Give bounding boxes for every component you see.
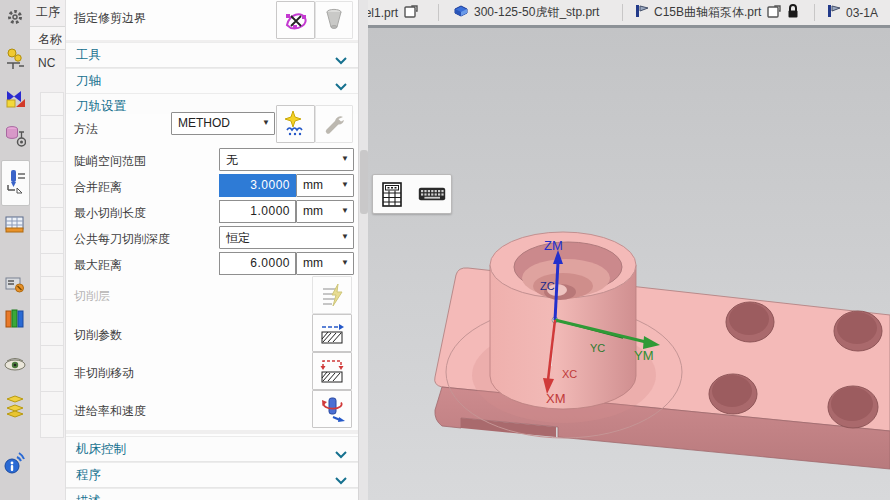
display-boundary-button[interactable] xyxy=(315,1,353,39)
navigator-empty-rows xyxy=(40,92,64,438)
new-window-icon[interactable] xyxy=(766,4,781,22)
cut-params-label: 切削参数 xyxy=(74,327,122,344)
axis-label-yc: YC xyxy=(590,342,605,354)
min-cut-length-input[interactable]: 1.0000 xyxy=(219,200,296,223)
table-icon[interactable] xyxy=(2,212,28,238)
visibility-eye-icon[interactable] xyxy=(2,352,28,378)
tool-target-icon[interactable] xyxy=(2,124,28,150)
tab-vise[interactable]: 300-125-50虎钳_stp.prt xyxy=(452,0,599,25)
steep-dropdown[interactable]: 无 ▼ xyxy=(219,148,354,171)
navigator-root-item[interactable]: NC xyxy=(38,56,55,70)
merge-distance-unit-dropdown[interactable]: mm ▼ xyxy=(296,174,354,197)
part-flag-icon xyxy=(826,3,841,22)
navigator-tab[interactable]: 工序 xyxy=(36,4,60,21)
split-view-icon[interactable] xyxy=(2,86,28,112)
new-window-icon[interactable] xyxy=(403,4,418,22)
cut-levels-button xyxy=(312,276,352,314)
tab-crankcase[interactable]: C15B曲轴箱泵体.prt xyxy=(634,0,800,25)
dropdown-arrow-icon: ▼ xyxy=(341,232,349,241)
method-dropdown[interactable]: METHOD ▼ xyxy=(171,112,275,135)
left-icon-ribbon xyxy=(0,0,31,500)
part-block-icon xyxy=(452,3,469,22)
section-tool-axis[interactable]: 刀轴 xyxy=(66,68,359,94)
axis-label-zc: ZC xyxy=(540,280,555,292)
axis-label-ym: YM xyxy=(634,348,654,363)
feeds-button[interactable] xyxy=(312,390,352,428)
min-cut-length-label: 最小切削长度 xyxy=(74,205,146,222)
common-depth-dropdown[interactable]: 恒定 ▼ xyxy=(219,226,354,249)
keyboard-icon[interactable] xyxy=(416,180,448,208)
dropdown-arrow-icon: ▼ xyxy=(341,258,349,267)
part-tab-bar: del1.prt 300-125-50虎钳_stp.prt C15B曲轴箱泵体.… xyxy=(368,0,890,28)
merge-distance-input[interactable]: 3.0000 xyxy=(219,174,296,197)
chevron-down-icon xyxy=(335,471,347,489)
operation-navigator-panel: 工序 名称 NC xyxy=(30,0,66,500)
nx-cam-window: 工序 名称 NC 指定修剪边界 工具 刀轴 刀轨设置 方法 xyxy=(0,0,890,500)
section-tool[interactable]: 工具 xyxy=(66,42,359,68)
library-icon[interactable] xyxy=(2,306,28,332)
axis-label-xc: XC xyxy=(562,368,577,380)
create-tool-icon[interactable] xyxy=(2,46,28,72)
cut-params-button[interactable] xyxy=(312,314,352,352)
gear-icon[interactable] xyxy=(2,4,28,30)
edit-method-button[interactable] xyxy=(315,105,353,143)
dropdown-arrow-icon: ▼ xyxy=(341,206,349,215)
method-label: 方法 xyxy=(74,121,98,138)
section-machine-control[interactable]: 机床控制 xyxy=(66,436,359,462)
calculator-pad-icon[interactable] xyxy=(376,180,408,208)
tab-03-1a[interactable]: 03-1A xyxy=(826,0,878,25)
cut-levels-label: 切削层 xyxy=(74,288,110,305)
part-3d-view: ZM ZC YC YM XC XM xyxy=(368,28,890,500)
part-flag-icon xyxy=(634,3,649,22)
dropdown-arrow-icon: ▼ xyxy=(262,118,270,127)
layers-icon[interactable] xyxy=(2,394,28,420)
section-program[interactable]: 程序 xyxy=(66,462,359,488)
info-icon[interactable] xyxy=(2,450,28,476)
axis-label-xm: XM xyxy=(546,391,566,406)
lock-icon xyxy=(786,3,800,22)
new-method-button[interactable] xyxy=(276,105,315,143)
chevron-down-icon xyxy=(335,445,347,463)
chevron-down-icon xyxy=(335,51,347,69)
feeds-label: 进给率和速度 xyxy=(74,403,146,420)
floating-input-toolbar xyxy=(372,174,452,214)
trim-boundary-label: 指定修剪边界 xyxy=(74,10,146,27)
axis-label-zm: ZM xyxy=(544,238,563,253)
tab-model1[interactable]: del1.prt xyxy=(368,0,418,25)
dropdown-arrow-icon: ▼ xyxy=(341,154,349,163)
select-trim-boundary-button[interactable] xyxy=(276,1,315,39)
operation-navigator-icon[interactable] xyxy=(1,160,30,206)
scrollbar-thumb[interactable] xyxy=(360,150,368,214)
graphics-viewport[interactable]: ZM ZC YC YM XC XM xyxy=(368,28,890,500)
max-distance-input[interactable]: 6.0000 xyxy=(219,252,296,275)
non-cutting-label: 非切削移动 xyxy=(74,365,134,382)
operation-dialog: 指定修剪边界 工具 刀轴 刀轨设置 方法 METHOD ▼ xyxy=(65,0,359,500)
navigator-name-column[interactable]: 名称 xyxy=(30,26,65,50)
max-distance-label: 最大距离 xyxy=(74,257,122,274)
section-description[interactable]: 描述 xyxy=(66,488,359,500)
machine-icon[interactable] xyxy=(2,272,28,298)
max-distance-unit-dropdown[interactable]: mm ▼ xyxy=(296,252,354,275)
non-cutting-button[interactable] xyxy=(312,352,352,390)
dropdown-arrow-icon: ▼ xyxy=(341,180,349,189)
steep-label: 陡峭空间范围 xyxy=(74,153,146,170)
merge-distance-label: 合并距离 xyxy=(74,179,122,196)
min-cut-length-unit-dropdown[interactable]: mm ▼ xyxy=(296,200,354,223)
common-depth-label: 公共每刀切削深度 xyxy=(74,231,170,248)
